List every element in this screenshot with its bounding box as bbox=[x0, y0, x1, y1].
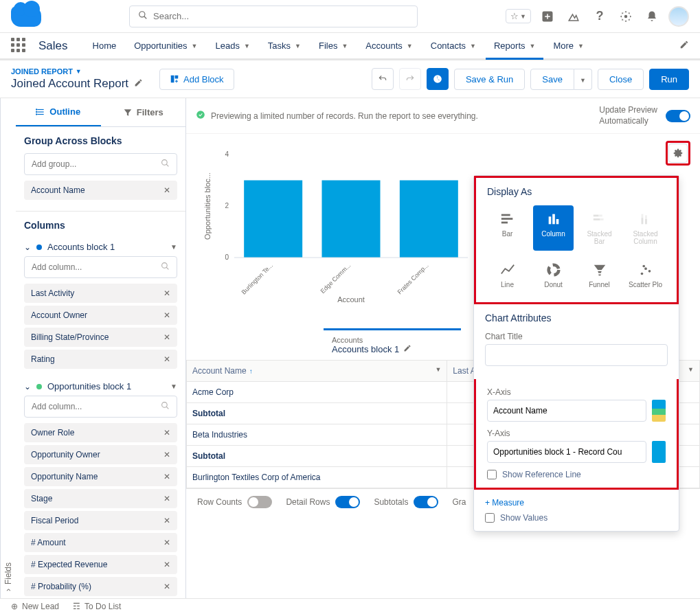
show-values-checkbox-row[interactable]: Show Values bbox=[485, 513, 668, 523]
svg-rect-5 bbox=[175, 76, 179, 79]
chevron-down-icon: ⌄ bbox=[24, 242, 31, 252]
edit-block-icon[interactable] bbox=[403, 344, 411, 354]
show-reference-checkbox-row[interactable]: Show Reference Line bbox=[487, 470, 666, 479]
save-dropdown-button[interactable]: ▼ bbox=[574, 69, 592, 90]
add-column-input[interactable] bbox=[24, 396, 177, 418]
remove-icon[interactable]: ✕ bbox=[163, 516, 170, 525]
nav-item-tasks[interactable]: Tasks▼ bbox=[260, 34, 309, 60]
block-header[interactable]: ⌄ Accounts block 1 ▼ bbox=[24, 238, 177, 256]
help-icon[interactable]: ? bbox=[590, 7, 609, 26]
column-pill[interactable]: Billing State/Province✕ bbox=[24, 328, 177, 347]
edit-nav-button[interactable] bbox=[679, 40, 689, 52]
x-axis-color-swatch[interactable] bbox=[652, 400, 666, 422]
remove-icon[interactable]: ✕ bbox=[163, 582, 170, 591]
column-pill[interactable]: Rating✕ bbox=[24, 350, 177, 369]
undo-button[interactable] bbox=[372, 68, 394, 90]
column-pill[interactable]: # Probability (%)✕ bbox=[24, 577, 177, 596]
subtotals-toggle[interactable]: ✓ bbox=[414, 496, 438, 508]
new-lead-utility[interactable]: ⊕ New Lead bbox=[11, 602, 59, 611]
search-input[interactable] bbox=[153, 11, 409, 21]
y-axis-input[interactable] bbox=[487, 441, 646, 463]
remove-icon[interactable]: ✕ bbox=[163, 288, 170, 298]
column-pill[interactable]: Last Activity✕ bbox=[24, 284, 177, 303]
report-type-label[interactable]: JOINED REPORT ▼ bbox=[11, 67, 143, 76]
chevron-down-icon: ▼ bbox=[192, 43, 198, 49]
chart-type-column[interactable]: Column bbox=[533, 205, 574, 251]
nav-item-contacts[interactable]: Contacts▼ bbox=[422, 34, 484, 60]
chart-type-bar[interactable]: Bar bbox=[487, 205, 528, 251]
tab-outline[interactable]: Outline bbox=[16, 98, 101, 126]
remove-icon[interactable]: ✕ bbox=[163, 310, 170, 320]
column-menu-icon[interactable]: ▼ bbox=[688, 366, 694, 373]
nav-item-opportunities[interactable]: Opportunities▼ bbox=[126, 34, 205, 60]
remove-icon[interactable]: ✕ bbox=[163, 185, 170, 195]
run-button[interactable]: Run bbox=[649, 69, 689, 90]
column-pill[interactable]: Account Owner✕ bbox=[24, 306, 177, 325]
search-icon bbox=[161, 159, 170, 170]
column-pill[interactable]: # Amount✕ bbox=[24, 533, 177, 552]
settings-icon[interactable] bbox=[616, 7, 635, 26]
save-button[interactable]: Save bbox=[530, 69, 574, 90]
remove-icon[interactable]: ✕ bbox=[163, 332, 170, 342]
global-search[interactable] bbox=[129, 5, 418, 27]
show-reference-checkbox[interactable] bbox=[487, 470, 497, 479]
auto-preview-toggle[interactable]: ✓ bbox=[666, 110, 690, 122]
nav-item-reports[interactable]: Reports▼ bbox=[486, 34, 543, 60]
chart-type-line[interactable]: Line bbox=[487, 256, 528, 294]
remove-icon[interactable]: ✕ bbox=[163, 560, 170, 569]
remove-icon[interactable]: ✕ bbox=[163, 538, 170, 547]
column-pill[interactable]: Stage✕ bbox=[24, 489, 177, 508]
chart-type-donut[interactable]: Donut bbox=[533, 256, 574, 294]
nav-item-home[interactable]: Home bbox=[84, 34, 125, 60]
todo-utility[interactable]: ☶ To Do List bbox=[73, 602, 121, 611]
user-avatar[interactable] bbox=[668, 6, 689, 27]
remove-icon[interactable]: ✕ bbox=[163, 428, 170, 437]
show-values-checkbox[interactable] bbox=[485, 513, 495, 523]
save-run-button[interactable]: Save & Run bbox=[454, 69, 525, 90]
group-pill[interactable]: Account Name ✕ bbox=[24, 181, 177, 200]
column-pill[interactable]: Opportunity Name✕ bbox=[24, 467, 177, 486]
column-pill[interactable]: Fiscal Period✕ bbox=[24, 511, 177, 530]
block-header[interactable]: ⌄ Opportunities block 1 ▼ bbox=[24, 377, 177, 396]
detail-rows-toggle[interactable]: ✓ bbox=[335, 496, 360, 508]
redo-button[interactable] bbox=[399, 68, 421, 90]
remove-icon[interactable]: ✕ bbox=[163, 494, 170, 503]
fields-panel-toggle[interactable]: › Fields bbox=[0, 98, 16, 598]
edit-title-icon[interactable] bbox=[134, 78, 143, 89]
nav-item-files[interactable]: Files▼ bbox=[311, 34, 356, 60]
add-column-input[interactable] bbox=[24, 256, 177, 278]
block-menu-icon[interactable]: ▼ bbox=[170, 383, 177, 390]
remove-icon[interactable]: ✕ bbox=[163, 354, 170, 364]
add-block-button[interactable]: Add Block bbox=[159, 69, 234, 90]
svg-point-10 bbox=[36, 111, 37, 112]
column-pill[interactable]: Owner Role✕ bbox=[24, 423, 177, 442]
chart-type-scatter[interactable]: Scatter Plo bbox=[625, 256, 666, 294]
column-header[interactable]: Account Name↑▼ bbox=[187, 361, 447, 382]
tab-filters[interactable]: Filters bbox=[101, 98, 186, 126]
chart-title-input[interactable] bbox=[485, 344, 668, 366]
nav-item-more[interactable]: More▼ bbox=[545, 34, 592, 60]
notifications-icon[interactable] bbox=[642, 7, 662, 26]
nav-item-leads[interactable]: Leads▼ bbox=[207, 34, 258, 60]
remove-icon[interactable]: ✕ bbox=[163, 472, 170, 481]
column-pill[interactable]: Opportunity Owner✕ bbox=[24, 445, 177, 464]
block-menu-icon[interactable]: ▼ bbox=[170, 243, 177, 251]
row-counts-toggle[interactable] bbox=[247, 496, 272, 508]
x-axis-input[interactable] bbox=[487, 400, 646, 422]
toggle-chart-button[interactable] bbox=[427, 68, 449, 90]
favorites-button[interactable]: ☆ ▼ bbox=[506, 9, 531, 23]
close-button[interactable]: Close bbox=[598, 69, 644, 90]
trailhead-icon[interactable] bbox=[564, 7, 583, 26]
app-launcher[interactable] bbox=[11, 38, 27, 54]
add-measure-button[interactable]: + Measure bbox=[485, 498, 668, 508]
remove-icon[interactable]: ✕ bbox=[163, 450, 170, 459]
chart-settings-button[interactable] bbox=[668, 144, 688, 163]
nav-item-accounts[interactable]: Accounts▼ bbox=[357, 34, 420, 60]
y-axis-color-swatch[interactable] bbox=[652, 441, 666, 463]
column-menu-icon[interactable]: ▼ bbox=[435, 366, 441, 373]
chart-type-funnel[interactable]: Funnel bbox=[579, 256, 620, 294]
block-color-dot bbox=[36, 384, 42, 389]
column-pill[interactable]: # Expected Revenue✕ bbox=[24, 555, 177, 574]
add-button[interactable] bbox=[538, 7, 557, 26]
add-group-input[interactable] bbox=[24, 153, 177, 175]
